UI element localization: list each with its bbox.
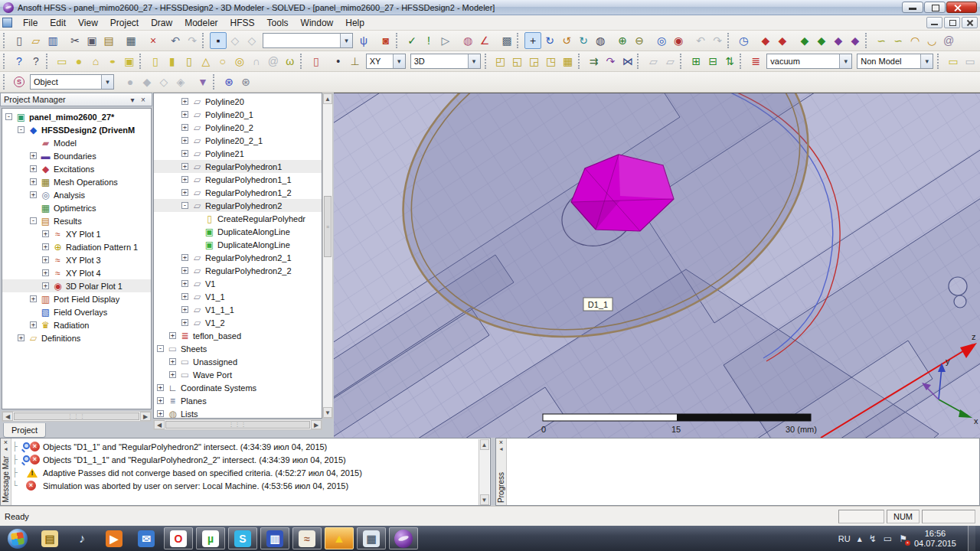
history-item-v1-1[interactable]: +▱V1_1 [154,290,322,303]
toolbar-grip[interactable] [637,54,642,69]
minimize-button[interactable] [902,2,923,13]
history-item-v1-1-1[interactable]: +▱V1_1_1 [154,303,322,316]
assign-material-button[interactable]: ≣ [747,53,764,70]
language-indicator[interactable]: RU [838,534,851,543]
expand-icon[interactable]: + [181,124,188,131]
mdi-minimize-button[interactable] [926,17,942,28]
draw-arc-center-button[interactable]: ◠ [906,32,923,49]
expand-icon[interactable]: + [169,371,176,378]
expand-icon[interactable]: + [30,152,37,159]
toolbar-grip[interactable] [578,54,583,69]
expand-icon[interactable]: + [181,176,188,183]
expand-icon[interactable]: + [30,178,37,185]
toolbar-grip[interactable] [865,33,871,48]
draw-line-button[interactable]: ∽ [873,32,890,49]
open-button[interactable]: ▱ [28,32,44,49]
history-item-sheets[interactable]: -▭Sheets [154,342,322,355]
expand-icon[interactable]: + [30,165,37,172]
modeler-3d-viewport[interactable]: D1_1 0 15 30 (mm) x y [334,93,980,438]
expand-icon[interactable]: + [181,306,188,313]
taskbar-field-warning-icon[interactable]: ▲ [325,527,354,549]
toolbar-grip[interactable] [3,33,8,48]
taskbar-opera-icon[interactable]: O [164,527,193,549]
project-item-mesh-operations[interactable]: +▦Mesh Operations [2,175,151,188]
scroll-right-icon[interactable]: ▶ [140,412,151,421]
chevron-down-icon[interactable]: ▾ [839,54,851,68]
project-tree-hscrollbar[interactable]: ◀ ⋮⋮⋮ ▶ [2,411,152,422]
remote-analysis-button[interactable]: ◆ [830,32,847,49]
draw-ellipse-button[interactable]: ● [104,53,121,70]
project-item-port-field-display[interactable]: +▥Port Field Display [2,292,151,305]
show-desktop-button[interactable] [968,526,975,551]
model-type-combo[interactable]: Non Model▾ [857,54,933,69]
message-row[interactable]: └×Simulation was aborted by user on serv… [12,479,478,492]
mdi-restore-button[interactable] [944,17,960,28]
toolbar-grip[interactable] [3,54,8,69]
taskbar-hfss-doc-icon[interactable]: ≈ [292,527,322,549]
abort-queue-button[interactable]: ◆ [774,32,791,49]
fit-all-button[interactable]: ◎ [653,32,670,49]
project-item-field-overlays[interactable]: ▧Field Overlays [2,305,151,318]
project-item-xy-plot-1[interactable]: +≈XY Plot 1 [2,227,151,240]
object-select-combo[interactable]: Object▾ [30,74,114,90]
reprioritize-button[interactable]: ◆ [813,32,830,49]
history-item-regularpolyhedron2-2[interactable]: +▱RegularPolyhedron2_2 [154,264,322,277]
thicken-sheet-button[interactable]: ▭ [945,53,962,70]
collapse-icon[interactable]: - [30,217,37,224]
design-properties-button[interactable]: ψ [355,32,372,49]
toolbar-grip[interactable] [937,54,942,69]
expand-icon[interactable]: + [181,189,188,196]
toolbar-grip[interactable] [3,74,8,90]
draw-rectangle-button[interactable]: ▭ [54,53,70,70]
scroll-left-icon[interactable]: ◀ [2,412,13,421]
draw-circle-button[interactable]: ● [70,53,87,70]
measure-button[interactable]: ∠ [476,32,493,49]
draw-arc-3pt-button[interactable]: ◡ [923,32,940,49]
taskbar-floppy-save-icon[interactable]: ▥ [260,527,289,549]
menu-hfss[interactable]: HFSS [224,16,261,30]
taskbar-media-player-icon[interactable]: ▶ [100,527,129,549]
history-item-duplicatealongline[interactable]: ▣DuplicateAlongLine [154,225,322,238]
draw-equation-curve-button[interactable]: @ [940,32,957,49]
project-item-analysis[interactable]: +◎Analysis [2,188,151,201]
draw-cylinder-button[interactable]: ▯ [147,53,164,70]
pane-collapse-icon[interactable]: ◂ [499,446,502,452]
pane-collapse-icon[interactable]: ◂ [4,446,7,452]
expand-icon[interactable]: + [181,98,188,105]
draw-polygon-button[interactable]: ⌂ [87,53,104,70]
draw-box3d-button[interactable]: ▮ [164,53,181,70]
history-item-createregularpolyhedr[interactable]: ▯CreateRegularPolyhedr [154,212,322,225]
resume-analysis-button[interactable]: ◆ [796,32,813,49]
restore-button[interactable] [924,2,946,13]
tray-expand-icon[interactable]: ▴ [858,533,862,544]
history-item-polyline20-2-1[interactable]: +▱Polyline20_2_1 [154,134,322,147]
taskbar-mail-icon[interactable]: ✉ [132,527,161,549]
expand-icon[interactable]: + [169,358,176,365]
solution-combo[interactable]: ▾ [263,33,353,48]
close-button[interactable] [946,2,977,13]
scroll-up-icon[interactable]: ▲ [480,439,489,450]
history-item-teflon-based[interactable]: +≣teflon_based [154,329,322,342]
scroll-thumb[interactable]: ⋮⋮⋮ [14,412,139,420]
move-to-button[interactable]: ⊞ [688,53,704,70]
abort-analysis-button[interactable]: ◆ [757,32,774,49]
expand-icon[interactable]: + [157,397,164,404]
context-help-button[interactable]: ? [28,53,44,70]
boundary-display-button[interactable]: ⊛ [220,73,237,90]
history-item-polyline20-2[interactable]: +▱Polyline20_2 [154,121,322,134]
po-settings-button[interactable]: ◙ [377,32,394,49]
zoom-out-button[interactable]: ⊖ [631,32,648,49]
solve-loop-button[interactable]: ◷ [735,32,752,49]
history-item-polyline20-1[interactable]: +▱Polyline20_1 [154,108,322,121]
chevron-down-icon[interactable]: ▾ [468,54,480,68]
menu-project[interactable]: Project [104,16,145,30]
zoom-report-button[interactable]: ◍ [459,32,476,49]
unite-button[interactable]: ◰ [492,53,509,70]
history-item-regularpolyhedron2-1[interactable]: +▱RegularPolyhedron2_1 [154,251,322,264]
message-row[interactable]: ├!Adaptive Passes did not converge based… [12,466,478,479]
collapse-icon[interactable]: - [181,202,188,209]
new-button[interactable]: ▯ [11,32,28,49]
draw-polyhedron-button[interactable]: ▯ [181,53,198,70]
collapse-icon[interactable]: - [18,126,24,133]
expand-icon[interactable]: + [181,163,188,170]
